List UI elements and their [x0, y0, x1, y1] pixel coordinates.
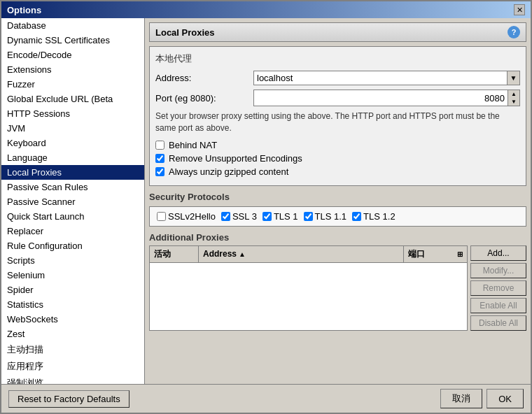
panel-content: 本地代理 Address: ▼ Port (eg 8080): — [149, 46, 526, 380]
options-dialog: Options ✕ DatabaseDynamic SSL Certificat… — [0, 0, 532, 414]
protocol-checkbox-tls12[interactable] — [352, 212, 361, 221]
port-row: Port (eg 8080): ▲ ▼ — [155, 90, 520, 106]
sidebar-item-replacer[interactable]: Replacer — [1, 224, 144, 238]
help-icon[interactable]: ? — [507, 26, 520, 38]
protocol-label-tls1: TLS 1 — [274, 211, 298, 222]
sidebar-item-fuzzer[interactable]: Fuzzer — [1, 77, 144, 92]
protocol-item-tls11: TLS 1.1 — [304, 211, 347, 222]
close-button[interactable]: ✕ — [514, 4, 525, 15]
sidebar-item-spider[interactable]: Spider — [1, 283, 144, 297]
behind-nat-row: Behind NAT — [155, 140, 520, 150]
sidebar-item-global-exclude[interactable]: Global Exclude URL (Beta — [1, 92, 144, 106]
header-active[interactable]: 活动 — [150, 246, 199, 262]
behind-nat-label: Behind NAT — [169, 140, 217, 150]
proxy-table-body[interactable] — [150, 263, 467, 319]
sidebar-item-application[interactable]: 应用程序 — [1, 358, 144, 375]
header-address[interactable]: Address ▲ — [199, 246, 404, 262]
sidebar-item-encode-decode[interactable]: Encode/Decode — [1, 48, 144, 62]
proxy-table-container: 活动 Address ▲ 端口 ⊞ — [149, 245, 526, 331]
sidebar-item-keyboard[interactable]: Keyboard — [1, 136, 144, 150]
remove-proxy-button[interactable]: Remove — [470, 280, 526, 296]
footer-right: 取消 OK — [440, 389, 524, 408]
proxy-action-buttons: Add... Modify... Remove Enable All Disab… — [470, 245, 526, 331]
sidebar-item-local-proxies[interactable]: Local Proxies — [1, 165, 144, 180]
additional-proxies-section: Additional Proxies 活动 Address ▲ 端口 — [149, 232, 526, 331]
sidebar-item-active-scan[interactable]: 主动扫描 — [1, 341, 144, 358]
sidebar-item-selenium[interactable]: Selenium — [1, 268, 144, 283]
port-col-icon: ⊞ — [457, 250, 463, 258]
always-unzip-row: Always unzip gzipped content — [155, 166, 520, 177]
port-input-wrapper: ▲ ▼ — [253, 90, 520, 106]
additional-proxies-title: Additional Proxies — [149, 232, 526, 243]
address-dropdown-icon[interactable]: ▼ — [507, 71, 519, 85]
dialog-footer: Reset to Factory Defaults 取消 OK — [1, 384, 531, 413]
footer-left: Reset to Factory Defaults — [8, 390, 130, 408]
protocol-item-sslv2hello: SSLv2Hello — [157, 211, 216, 222]
sidebar-item-scripts[interactable]: Scripts — [1, 253, 144, 268]
behind-nat-checkbox[interactable] — [155, 141, 164, 150]
always-unzip-label: Always unzip gzipped content — [169, 166, 288, 177]
modify-proxy-button[interactable]: Modify... — [470, 263, 526, 278]
sidebar-item-rule-configuration[interactable]: Rule Configuration — [1, 238, 144, 253]
protocol-item-tls12: TLS 1.2 — [352, 211, 396, 222]
ok-button[interactable]: OK — [486, 389, 524, 408]
sidebar-item-statistics[interactable]: Statistics — [1, 297, 144, 312]
enable-all-button[interactable]: Enable All — [470, 298, 526, 313]
sidebar: DatabaseDynamic SSL CertificatesEncode/D… — [1, 18, 145, 384]
port-decrement-button[interactable]: ▼ — [508, 98, 519, 106]
protocol-checkbox-tls11[interactable] — [304, 212, 313, 221]
sort-arrow-icon: ▲ — [239, 250, 246, 258]
sidebar-item-forced-browse[interactable]: 强制浏览 — [1, 375, 144, 384]
local-proxy-title: 本地代理 — [155, 52, 520, 65]
sidebar-item-zest[interactable]: Zest — [1, 327, 144, 341]
security-protocols-section: Security Protocols SSLv2HelloSSL 3TLS 1T… — [149, 192, 526, 227]
proxy-info-text: Set your browser proxy setting using the… — [155, 110, 520, 134]
protocol-item-ssl3: SSL 3 — [221, 211, 257, 222]
header-port[interactable]: 端口 ⊞ — [404, 246, 467, 262]
security-protocols-title: Security Protocols — [149, 192, 526, 202]
panel-header: Local Proxies ? — [149, 22, 526, 42]
protocols-container: SSLv2HelloSSL 3TLS 1TLS 1.1TLS 1.2 — [149, 206, 526, 227]
protocol-item-tls1: TLS 1 — [262, 211, 298, 222]
protocol-checkbox-sslv2hello[interactable] — [157, 212, 166, 221]
disable-all-button[interactable]: Disable All — [470, 315, 526, 331]
protocol-label-sslv2hello: SSLv2Hello — [168, 211, 216, 222]
sidebar-item-jvm[interactable]: JVM — [1, 121, 144, 136]
dialog-body: DatabaseDynamic SSL CertificatesEncode/D… — [1, 18, 531, 384]
cancel-button[interactable]: 取消 — [440, 389, 482, 408]
address-label: Address: — [155, 73, 253, 83]
protocol-label-tls12: TLS 1.2 — [363, 211, 396, 222]
remove-unsupported-row: Remove Unsupported Encodings — [155, 153, 520, 164]
protocol-checkbox-tls1[interactable] — [262, 212, 272, 221]
content-area: Local Proxies ? 本地代理 Address: ▼ — [145, 18, 531, 384]
reset-button[interactable]: Reset to Factory Defaults — [8, 390, 130, 408]
add-proxy-button[interactable]: Add... — [470, 245, 526, 261]
sidebar-item-extensions[interactable]: Extensions — [1, 62, 144, 77]
port-label: Port (eg 8080): — [155, 93, 253, 104]
proxy-table-header: 活动 Address ▲ 端口 ⊞ — [150, 246, 467, 263]
protocol-checkbox-ssl3[interactable] — [221, 212, 230, 221]
sidebar-item-database[interactable]: Database — [1, 18, 144, 33]
protocol-label-ssl3: SSL 3 — [232, 211, 257, 222]
remove-unsupported-label: Remove Unsupported Encodings — [169, 153, 302, 164]
local-proxy-section: 本地代理 Address: ▼ Port (eg 8080): — [149, 46, 526, 186]
proxy-table: 活动 Address ▲ 端口 ⊞ — [149, 245, 468, 331]
address-row: Address: ▼ — [155, 71, 520, 85]
proxy-table-rows — [150, 263, 467, 319]
sidebar-item-language[interactable]: Language — [1, 150, 144, 165]
sidebar-item-websockets[interactable]: WebSockets — [1, 312, 144, 327]
port-increment-button[interactable]: ▲ — [508, 90, 519, 98]
sidebar-item-quick-start-launch[interactable]: Quick Start Launch — [1, 209, 144, 224]
remove-unsupported-checkbox[interactable] — [155, 154, 164, 163]
port-input[interactable] — [254, 90, 507, 106]
sidebar-item-dynamic-ssl[interactable]: Dynamic SSL Certificates — [1, 33, 144, 48]
address-input-wrapper: ▼ — [253, 71, 520, 85]
sidebar-item-passive-scanner[interactable]: Passive Scanner — [1, 194, 144, 209]
address-input[interactable] — [254, 71, 507, 85]
sidebar-item-http-sessions[interactable]: HTTP Sessions — [1, 106, 144, 121]
always-unzip-checkbox[interactable] — [155, 167, 164, 176]
dialog-title: Options — [7, 5, 41, 15]
sidebar-item-passive-scan-rules[interactable]: Passive Scan Rules — [1, 180, 144, 194]
protocol-label-tls11: TLS 1.1 — [315, 211, 347, 222]
port-spinner: ▲ ▼ — [507, 90, 519, 106]
